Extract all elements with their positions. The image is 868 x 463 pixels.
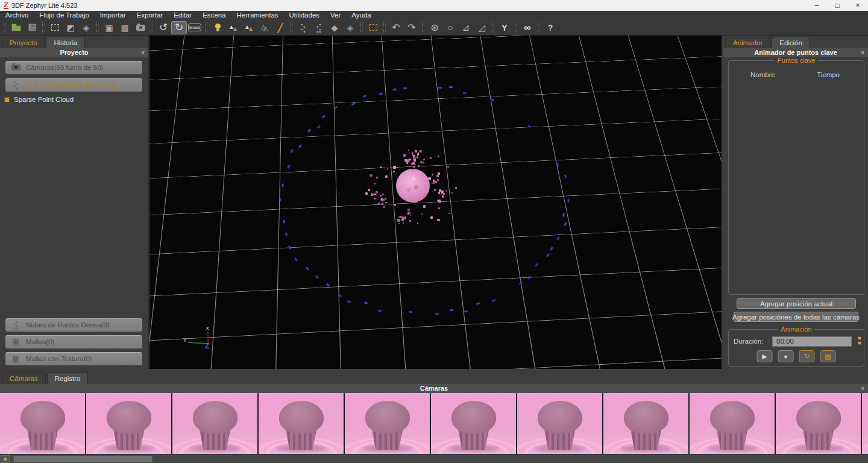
point-cloud-dot <box>438 207 439 209</box>
right-tabs: Animador Edición <box>723 36 868 48</box>
menu-archivo[interactable]: Archivo <box>0 11 34 20</box>
duration-input[interactable]: 00:00 <box>772 336 852 347</box>
sparse-point-cloud-sphere <box>396 169 430 203</box>
menu-flujo-de-trabajo[interactable]: Flujo de Trabajo <box>34 11 94 20</box>
camera-thumbnail[interactable] <box>431 393 516 454</box>
point-cloud-dot <box>422 162 424 164</box>
triangles-gray-icon[interactable]: ▲▲ <box>225 21 241 34</box>
open-project-icon[interactable] <box>8 21 24 34</box>
menu-escena[interactable]: Escena <box>197 11 231 20</box>
redo-icon[interactable]: ↷ <box>404 21 420 34</box>
ground-grid <box>149 36 722 369</box>
camera-thumbnail[interactable] <box>776 393 861 454</box>
point-cloud-swatch <box>4 97 10 102</box>
horizontal-scrollbar[interactable] <box>0 454 868 463</box>
show-light-icon[interactable] <box>210 21 225 34</box>
point-cloud-dot <box>365 192 368 195</box>
scatter-points-icon[interactable]: ⣪ <box>311 21 327 34</box>
record-button[interactable]: ● <box>778 350 794 362</box>
tab-edicion[interactable]: Edición <box>772 37 810 48</box>
menu-herramientas[interactable]: Herramientas <box>231 11 284 20</box>
camera-thumbnail[interactable] <box>86 393 171 454</box>
close-icon[interactable]: × <box>141 48 145 57</box>
hexagon-textured-icon[interactable]: ◈ <box>342 21 358 34</box>
structure-from-motion-icon[interactable]: ◩ <box>63 21 78 34</box>
orbit-rotate-icon[interactable]: ⊛ <box>427 21 442 34</box>
tab-animador[interactable]: Animador <box>725 37 770 48</box>
selection-orange-icon[interactable] <box>365 21 381 34</box>
project-item-dense-cloud[interactable]: ⣪Nubes de Puntos Densa(0) <box>5 318 143 332</box>
point-cloud-dot <box>403 217 406 219</box>
menu-importar[interactable]: Importar <box>95 11 131 20</box>
project-item-sparse-clouds[interactable]: ⢕Nubes de Puntos Dispersas(1) <box>5 78 143 92</box>
point-cloud-dot <box>374 198 376 199</box>
sparse-points-icon[interactable]: ⢕ <box>295 21 311 34</box>
menu-ayuda[interactable]: Ayuda <box>346 11 376 20</box>
triangles-outline-icon[interactable]: △△ <box>257 21 272 34</box>
corner-icon <box>3 457 7 461</box>
tab-proyecto[interactable]: Proyecto <box>2 37 45 48</box>
plate-graphic <box>862 393 868 454</box>
help-icon[interactable]: ? <box>542 21 558 34</box>
settings-wrench-icon[interactable]: Y <box>497 21 512 34</box>
camera-thumbnail[interactable] <box>603 393 688 454</box>
keyframes-button[interactable]: ▤ <box>820 350 836 362</box>
camera-thumbnail[interactable] <box>345 393 430 454</box>
add-all-camera-positions-button[interactable]: Agregar posiciónes de todas las cámaras <box>734 312 858 322</box>
close-icon[interactable]: × <box>861 384 864 393</box>
sparse-cube-icon[interactable]: ◈ <box>78 21 94 34</box>
minimize-button[interactable]: – <box>807 0 827 11</box>
undo-icon[interactable]: ↶ <box>388 21 404 34</box>
scrollbar-corner-button[interactable] <box>1 455 10 463</box>
tree-item-sparse-point-cloud[interactable]: Sparse Point Cloud <box>4 95 74 104</box>
close-icon[interactable]: × <box>861 48 864 57</box>
3d-viewport[interactable]: x Y Z <box>149 36 722 369</box>
loop-button[interactable]: ↻ <box>799 350 815 362</box>
close-button[interactable]: × <box>848 0 868 11</box>
camera-thumbnail[interactable] <box>259 393 344 454</box>
project-panel: Proyecto Historia Proyecto × Cámaras(60 … <box>0 36 149 369</box>
dense-box-icon[interactable]: ▩ <box>117 21 133 34</box>
paint-brush-icon[interactable]: ╱ <box>272 21 288 34</box>
play-button[interactable]: ▶ <box>757 350 773 362</box>
project-item-textured-mesh[interactable]: ▩Mallas con Textura(0) <box>5 351 143 366</box>
project-item-mesh[interactable]: ▦Mallas(0) <box>5 335 143 349</box>
muffin-dome <box>107 401 151 433</box>
mask-icon[interactable]: ∞ <box>520 21 535 34</box>
camera-thumbnail[interactable] <box>690 393 775 454</box>
scrollbar-thumb[interactable] <box>13 456 153 462</box>
tab-camaras[interactable]: Cámaras <box>2 373 46 384</box>
menu-bar: ArchivoFlujo de TrabajoImportarExportarE… <box>0 11 868 20</box>
camera-thumbnail[interactable] <box>172 393 257 454</box>
wand-tool-icon[interactable]: WAND <box>187 21 203 34</box>
duration-stepper[interactable] <box>858 336 861 345</box>
menu-exportar[interactable]: Exportar <box>131 11 168 20</box>
transform-3d-icon[interactable]: ⊿ <box>458 21 474 34</box>
maximize-button[interactable]: □ <box>827 0 848 11</box>
camera-thumbnail[interactable] <box>517 393 602 454</box>
muffin-dome <box>451 401 496 433</box>
project-item-cameras[interactable]: Cámaras(60 fuera de 60) <box>5 60 143 75</box>
protractor-icon[interactable]: ◿ <box>474 21 489 34</box>
rotate-cw-icon[interactable]: ↻ <box>171 21 187 34</box>
menu-ver[interactable]: Ver <box>325 11 346 20</box>
tab-historia[interactable]: Historia <box>46 37 85 48</box>
selection-marquee-icon[interactable] <box>47 21 63 34</box>
keypoints-list[interactable] <box>731 81 861 292</box>
menu-editar[interactable]: Editar <box>168 11 197 20</box>
point-cloud-dot <box>438 200 441 202</box>
camera-thumbnail[interactable] <box>0 393 85 454</box>
triangles-orange-icon[interactable]: ▲▲ <box>241 21 257 34</box>
save-project-icon[interactable] <box>24 21 40 34</box>
solid-box-icon[interactable]: ▣ <box>101 21 117 34</box>
tab-registro[interactable]: Registro <box>47 373 89 384</box>
camera-thumbnail[interactable] <box>862 393 868 454</box>
circle-select-icon[interactable]: ○ <box>442 21 458 34</box>
toolbar-separator <box>151 22 153 33</box>
screenshot-camera-icon[interactable] <box>133 21 148 34</box>
hexagon-solid-icon[interactable]: ◆ <box>327 21 342 34</box>
add-current-position-button[interactable]: Agregar posición actual <box>737 298 856 309</box>
rotate-ccw-icon[interactable]: ↺ <box>156 21 171 34</box>
point-cloud-dot <box>394 204 396 206</box>
menu-utilidades[interactable]: Utilidades <box>284 11 326 20</box>
